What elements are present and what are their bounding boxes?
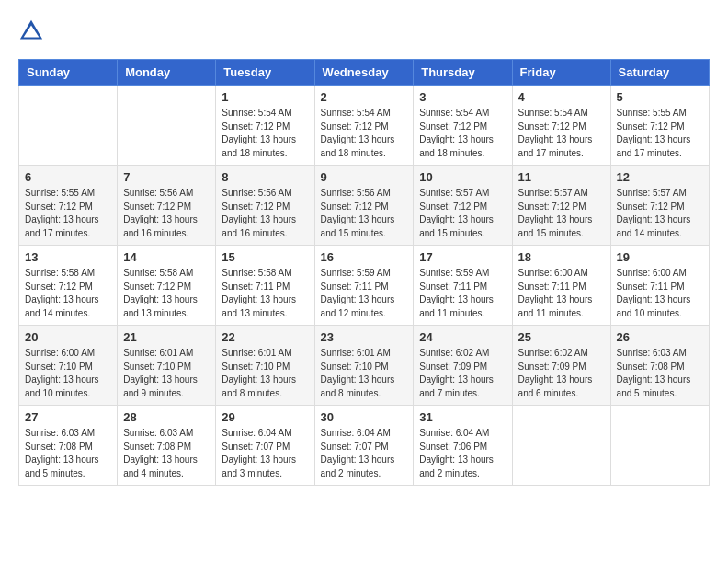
- day-info: Sunrise: 5:55 AM Sunset: 7:12 PM Dayligh…: [25, 187, 111, 240]
- day-info: Sunrise: 5:58 AM Sunset: 7:12 PM Dayligh…: [25, 267, 111, 320]
- day-info: Sunrise: 6:02 AM Sunset: 7:09 PM Dayligh…: [518, 347, 605, 400]
- day-number: 11: [518, 170, 605, 184]
- day-number: 2: [321, 90, 408, 104]
- day-info: Sunrise: 5:58 AM Sunset: 7:12 PM Dayligh…: [123, 267, 210, 320]
- day-info: Sunrise: 5:57 AM Sunset: 7:12 PM Dayligh…: [419, 187, 506, 240]
- weekday-header: Sunday: [19, 60, 118, 86]
- calendar-cell: 20Sunrise: 6:00 AM Sunset: 7:10 PM Dayli…: [19, 326, 118, 406]
- day-info: Sunrise: 5:54 AM Sunset: 7:12 PM Dayligh…: [518, 107, 605, 160]
- calendar-cell: 27Sunrise: 6:03 AM Sunset: 7:08 PM Dayli…: [19, 406, 118, 486]
- day-number: 3: [419, 90, 506, 104]
- day-number: 28: [123, 410, 210, 424]
- calendar-week-row: 13Sunrise: 5:58 AM Sunset: 7:12 PM Dayli…: [19, 246, 710, 326]
- day-info: Sunrise: 5:57 AM Sunset: 7:12 PM Dayligh…: [518, 187, 605, 240]
- calendar-cell: 19Sunrise: 6:00 AM Sunset: 7:11 PM Dayli…: [610, 246, 709, 326]
- weekday-header: Saturday: [610, 60, 709, 86]
- calendar-cell: 26Sunrise: 6:03 AM Sunset: 7:08 PM Dayli…: [610, 326, 709, 406]
- day-number: 15: [222, 250, 308, 264]
- day-info: Sunrise: 6:03 AM Sunset: 7:08 PM Dayligh…: [25, 427, 111, 480]
- calendar-week-row: 6Sunrise: 5:55 AM Sunset: 7:12 PM Daylig…: [19, 166, 710, 246]
- calendar-cell: 14Sunrise: 5:58 AM Sunset: 7:12 PM Dayli…: [118, 246, 216, 326]
- calendar-cell: 6Sunrise: 5:55 AM Sunset: 7:12 PM Daylig…: [19, 166, 118, 246]
- calendar-cell: 15Sunrise: 5:58 AM Sunset: 7:11 PM Dayli…: [216, 246, 314, 326]
- day-info: Sunrise: 6:02 AM Sunset: 7:09 PM Dayligh…: [419, 347, 506, 400]
- day-info: Sunrise: 5:59 AM Sunset: 7:11 PM Dayligh…: [419, 267, 506, 320]
- day-info: Sunrise: 5:54 AM Sunset: 7:12 PM Dayligh…: [321, 107, 408, 160]
- day-number: 21: [123, 330, 210, 344]
- day-info: Sunrise: 5:59 AM Sunset: 7:11 PM Dayligh…: [321, 267, 408, 320]
- calendar-cell: [512, 406, 610, 486]
- day-number: 22: [222, 330, 308, 344]
- calendar-cell: 16Sunrise: 5:59 AM Sunset: 7:11 PM Dayli…: [314, 246, 414, 326]
- calendar-cell: 3Sunrise: 5:54 AM Sunset: 7:12 PM Daylig…: [414, 86, 512, 166]
- weekday-header: Monday: [118, 60, 216, 86]
- day-info: Sunrise: 6:03 AM Sunset: 7:08 PM Dayligh…: [123, 427, 210, 480]
- calendar-cell: [118, 86, 216, 166]
- day-number: 31: [419, 410, 506, 424]
- day-number: 6: [25, 170, 111, 184]
- weekday-header: Wednesday: [314, 60, 414, 86]
- day-info: Sunrise: 6:00 AM Sunset: 7:11 PM Dayligh…: [518, 267, 605, 320]
- calendar-cell: [610, 406, 709, 486]
- day-number: 14: [123, 250, 210, 264]
- day-number: 4: [518, 90, 605, 104]
- calendar-cell: 10Sunrise: 5:57 AM Sunset: 7:12 PM Dayli…: [414, 166, 512, 246]
- day-number: 10: [419, 170, 506, 184]
- calendar-cell: 25Sunrise: 6:02 AM Sunset: 7:09 PM Dayli…: [512, 326, 610, 406]
- day-info: Sunrise: 5:55 AM Sunset: 7:12 PM Dayligh…: [617, 107, 703, 160]
- day-info: Sunrise: 6:04 AM Sunset: 7:07 PM Dayligh…: [321, 427, 408, 480]
- logo: [18, 18, 46, 44]
- calendar-cell: 30Sunrise: 6:04 AM Sunset: 7:07 PM Dayli…: [314, 406, 414, 486]
- calendar-cell: 28Sunrise: 6:03 AM Sunset: 7:08 PM Dayli…: [118, 406, 216, 486]
- calendar-cell: 24Sunrise: 6:02 AM Sunset: 7:09 PM Dayli…: [414, 326, 512, 406]
- day-number: 1: [222, 90, 308, 104]
- calendar-cell: 29Sunrise: 6:04 AM Sunset: 7:07 PM Dayli…: [216, 406, 314, 486]
- page-header: [18, 18, 710, 44]
- calendar-cell: 17Sunrise: 5:59 AM Sunset: 7:11 PM Dayli…: [414, 246, 512, 326]
- day-info: Sunrise: 5:54 AM Sunset: 7:12 PM Dayligh…: [419, 107, 506, 160]
- day-info: Sunrise: 6:03 AM Sunset: 7:08 PM Dayligh…: [617, 347, 703, 400]
- day-number: 23: [321, 330, 408, 344]
- day-number: 19: [617, 250, 703, 264]
- calendar-cell: 31Sunrise: 6:04 AM Sunset: 7:06 PM Dayli…: [414, 406, 512, 486]
- calendar-cell: 9Sunrise: 5:56 AM Sunset: 7:12 PM Daylig…: [314, 166, 414, 246]
- day-number: 9: [321, 170, 408, 184]
- day-info: Sunrise: 6:00 AM Sunset: 7:10 PM Dayligh…: [25, 347, 111, 400]
- calendar-cell: 12Sunrise: 5:57 AM Sunset: 7:12 PM Dayli…: [610, 166, 709, 246]
- day-number: 26: [617, 330, 703, 344]
- day-number: 24: [419, 330, 506, 344]
- day-number: 5: [617, 90, 703, 104]
- day-info: Sunrise: 6:01 AM Sunset: 7:10 PM Dayligh…: [123, 347, 210, 400]
- calendar-cell: 7Sunrise: 5:56 AM Sunset: 7:12 PM Daylig…: [118, 166, 216, 246]
- day-info: Sunrise: 5:57 AM Sunset: 7:12 PM Dayligh…: [617, 187, 703, 240]
- day-number: 25: [518, 330, 605, 344]
- day-number: 16: [321, 250, 408, 264]
- day-number: 13: [25, 250, 111, 264]
- day-info: Sunrise: 5:58 AM Sunset: 7:11 PM Dayligh…: [222, 267, 308, 320]
- day-info: Sunrise: 6:04 AM Sunset: 7:06 PM Dayligh…: [419, 427, 506, 480]
- calendar-week-row: 27Sunrise: 6:03 AM Sunset: 7:08 PM Dayli…: [19, 406, 710, 486]
- day-number: 8: [222, 170, 308, 184]
- day-number: 29: [222, 410, 308, 424]
- calendar-table: SundayMondayTuesdayWednesdayThursdayFrid…: [18, 59, 710, 486]
- day-info: Sunrise: 5:54 AM Sunset: 7:12 PM Dayligh…: [222, 107, 308, 160]
- calendar-cell: 11Sunrise: 5:57 AM Sunset: 7:12 PM Dayli…: [512, 166, 610, 246]
- calendar-cell: 13Sunrise: 5:58 AM Sunset: 7:12 PM Dayli…: [19, 246, 118, 326]
- day-info: Sunrise: 5:56 AM Sunset: 7:12 PM Dayligh…: [222, 187, 308, 240]
- day-number: 12: [617, 170, 703, 184]
- day-info: Sunrise: 6:04 AM Sunset: 7:07 PM Dayligh…: [222, 427, 308, 480]
- day-number: 18: [518, 250, 605, 264]
- day-number: 27: [25, 410, 111, 424]
- day-number: 20: [25, 330, 111, 344]
- day-info: Sunrise: 5:56 AM Sunset: 7:12 PM Dayligh…: [321, 187, 408, 240]
- calendar-cell: 18Sunrise: 6:00 AM Sunset: 7:11 PM Dayli…: [512, 246, 610, 326]
- calendar-cell: 2Sunrise: 5:54 AM Sunset: 7:12 PM Daylig…: [314, 86, 414, 166]
- day-number: 17: [419, 250, 506, 264]
- day-info: Sunrise: 5:56 AM Sunset: 7:12 PM Dayligh…: [123, 187, 210, 240]
- weekday-header: Friday: [512, 60, 610, 86]
- logo-icon: [18, 18, 44, 44]
- calendar-cell: 21Sunrise: 6:01 AM Sunset: 7:10 PM Dayli…: [118, 326, 216, 406]
- weekday-header: Tuesday: [216, 60, 314, 86]
- calendar-cell: 8Sunrise: 5:56 AM Sunset: 7:12 PM Daylig…: [216, 166, 314, 246]
- day-info: Sunrise: 6:00 AM Sunset: 7:11 PM Dayligh…: [617, 267, 703, 320]
